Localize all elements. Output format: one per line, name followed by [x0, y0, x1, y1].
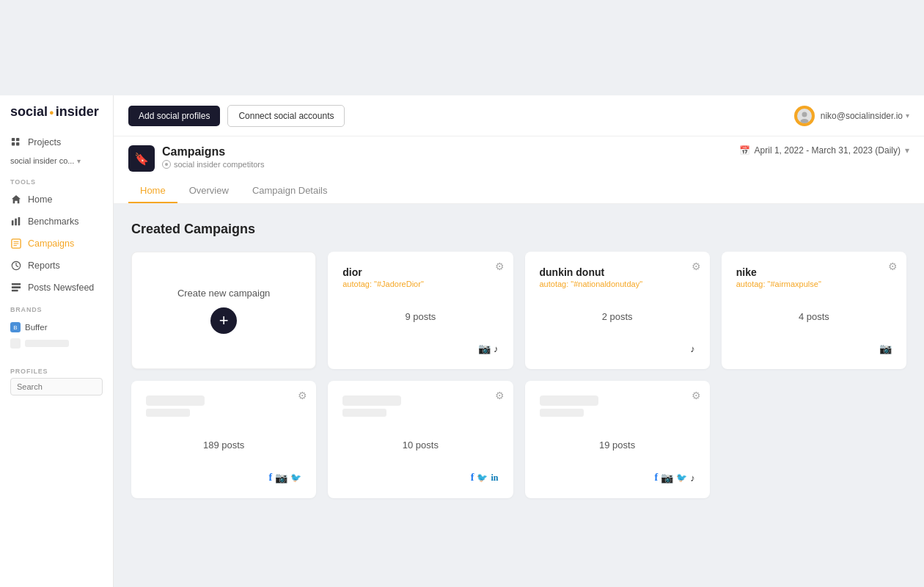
instagram-icon-nike: 📷 — [879, 343, 892, 354]
campaigns-grid: Create new campaign + ⚙ dior autotag: "#… — [131, 252, 906, 498]
add-social-profiles-button[interactable]: Add social profiles — [128, 106, 220, 126]
instagram-icon-b1: 📷 — [275, 472, 287, 484]
svg-rect-4 — [12, 220, 14, 225]
svg-rect-14 — [12, 290, 18, 292]
campaigns-label: Campaigns — [28, 238, 74, 249]
svg-point-16 — [802, 112, 807, 117]
tools-label: TOOLS — [0, 175, 113, 189]
subtitle-icon — [162, 160, 171, 169]
card-tag-dior: autotag: "#JadoreDior" — [342, 280, 498, 288]
card-name-blurred-1 — [146, 395, 205, 406]
svg-point-17 — [800, 119, 808, 123]
card-settings-nike[interactable]: ⚙ — [888, 260, 898, 272]
card-posts-blurred-3: 19 posts — [540, 440, 695, 451]
campaign-card-dunkin[interactable]: ⚙ dunkin donut autotag: "#nationaldonutd… — [525, 252, 710, 369]
section-title: Created Campaigns — [131, 222, 906, 237]
user-email: niko@socialinsider.io ▾ — [821, 111, 909, 121]
campaign-card-blurred-2[interactable]: ⚙ 10 posts f 🐦 in — [328, 381, 513, 498]
benchmarks-icon — [10, 216, 22, 227]
campaign-bookmark-icon: 🔖 — [128, 145, 155, 172]
brands-section: B Buffer — [0, 316, 113, 354]
card-settings-blurred-1[interactable]: ⚙ — [298, 390, 307, 401]
card-footer-blurred-1: f 📷 🐦 — [146, 472, 301, 484]
card-footer-nike: 📷 — [736, 343, 892, 354]
profiles-label: PROFILES — [10, 363, 103, 378]
campaign-card-blurred-1[interactable]: ⚙ 189 posts f 📷 🐦 — [131, 381, 316, 498]
campaign-subtitle: social insider competitors — [162, 160, 265, 169]
sidebar-item-reports[interactable]: Reports — [0, 255, 113, 277]
tiktok-icon: ♪ — [494, 343, 499, 354]
card-name-dior: dior — [342, 266, 498, 278]
svg-rect-2 — [12, 142, 15, 145]
tiktok-icon-dunkin: ♪ — [690, 343, 695, 354]
chevron-down-icon: ▾ — [77, 157, 81, 165]
card-posts-dior: 9 posts — [342, 311, 498, 322]
card-settings-blurred-2[interactable]: ⚙ — [495, 390, 505, 401]
svg-rect-3 — [16, 142, 19, 145]
linkedin-icon-b2: in — [491, 473, 498, 484]
svg-rect-6 — [18, 217, 21, 225]
sidebar: social●insider Projects social insider — [0, 95, 114, 587]
toolbar-right: niko@socialinsider.io ▾ — [794, 106, 909, 126]
tab-home[interactable]: Home — [128, 179, 177, 203]
campaign-card-dior[interactable]: ⚙ dior autotag: "#JadoreDior" 9 posts 📷 … — [328, 252, 513, 369]
reports-icon — [10, 260, 22, 271]
card-tag-nike: autotag: "#airmaxpulse" — [736, 280, 892, 288]
sidebar-item-campaigns[interactable]: Campaigns — [0, 233, 113, 255]
benchmarks-label: Benchmarks — [28, 216, 78, 227]
sidebar-item-home[interactable]: Home — [0, 189, 113, 211]
card-footer-dunkin: ♪ — [540, 343, 695, 354]
brands-label: BRANDS — [0, 303, 113, 316]
content-area: Add social profiles Connect social accou… — [114, 95, 924, 587]
logo-text-2: insider — [56, 104, 99, 120]
sidebar-item-posts-newsfeed[interactable]: Posts Newsfeed — [0, 277, 113, 299]
card-settings-dior[interactable]: ⚙ — [495, 260, 505, 272]
card-name-dunkin: dunkin donut — [540, 266, 695, 278]
instagram-icon-b3: 📷 — [661, 472, 673, 484]
card-settings-blurred-3[interactable]: ⚙ — [692, 390, 701, 401]
sidebar-item-projects[interactable]: Projects — [0, 131, 113, 153]
brand-item-buffer[interactable]: B Buffer — [10, 319, 103, 335]
campaigns-icon — [10, 238, 22, 249]
create-campaign-card[interactable]: Create new campaign + — [131, 252, 316, 369]
card-posts-blurred-1: 189 posts — [146, 440, 301, 451]
svg-rect-5 — [15, 219, 17, 226]
user-avatar — [794, 106, 815, 126]
brand-item-blurred[interactable] — [10, 335, 103, 351]
card-tag-dunkin: autotag: "#nationaldonutday" — [540, 280, 695, 288]
card-settings-dunkin[interactable]: ⚙ — [692, 260, 701, 272]
tab-overview[interactable]: Overview — [177, 179, 241, 203]
connect-social-accounts-button[interactable]: Connect social accounts — [227, 105, 345, 127]
campaign-header-top: 🔖 Campaigns social insider competitors — [128, 145, 909, 172]
project-selector[interactable]: social insider co... ▾ — [0, 153, 113, 171]
card-footer-blurred-2: f 🐦 in — [342, 472, 498, 484]
campaign-subtitle-text: social insider competitors — [174, 160, 265, 169]
sidebar-item-benchmarks[interactable]: Benchmarks — [0, 211, 113, 233]
toolbar: Add social profiles Connect social accou… — [114, 95, 924, 136]
facebook-icon-b1: f — [269, 472, 273, 484]
grid-icon — [11, 137, 21, 147]
campaign-title-area: 🔖 Campaigns social insider competitors — [128, 145, 265, 172]
svg-rect-12 — [12, 283, 21, 285]
card-tag-blurred-3 — [540, 409, 584, 417]
instagram-icon: 📷 — [478, 343, 491, 354]
create-campaign-icon[interactable]: + — [210, 307, 237, 334]
search-profiles-input[interactable] — [10, 378, 103, 395]
date-range[interactable]: 📅 April 1, 2022 - March 31, 2023 (Daily)… — [739, 145, 909, 156]
campaign-tabs: Home Overview Campaign Details — [128, 179, 909, 203]
sidebar-projects-label: Projects — [28, 137, 61, 147]
posts-newsfeed-icon — [10, 282, 22, 294]
svg-rect-0 — [12, 138, 15, 141]
card-tag-blurred-1 — [146, 409, 190, 417]
tab-campaign-details[interactable]: Campaign Details — [241, 179, 340, 203]
card-posts-nike: 4 posts — [736, 311, 892, 322]
brand-icon-blurred — [10, 338, 21, 349]
facebook-icon-b2: f — [471, 472, 474, 484]
home-icon — [10, 194, 22, 205]
brand-icon-buffer: B — [10, 322, 21, 332]
twitter-icon-b3: 🐦 — [676, 473, 687, 483]
campaign-card-nike[interactable]: ⚙ nike autotag: "#airmaxpulse" 4 posts 📷 — [722, 252, 906, 369]
campaign-card-blurred-3[interactable]: ⚙ 19 posts f 📷 🐦 ♪ — [525, 381, 710, 498]
date-range-text: April 1, 2022 - March 31, 2023 (Daily) — [755, 145, 901, 156]
reports-label: Reports — [28, 260, 60, 271]
